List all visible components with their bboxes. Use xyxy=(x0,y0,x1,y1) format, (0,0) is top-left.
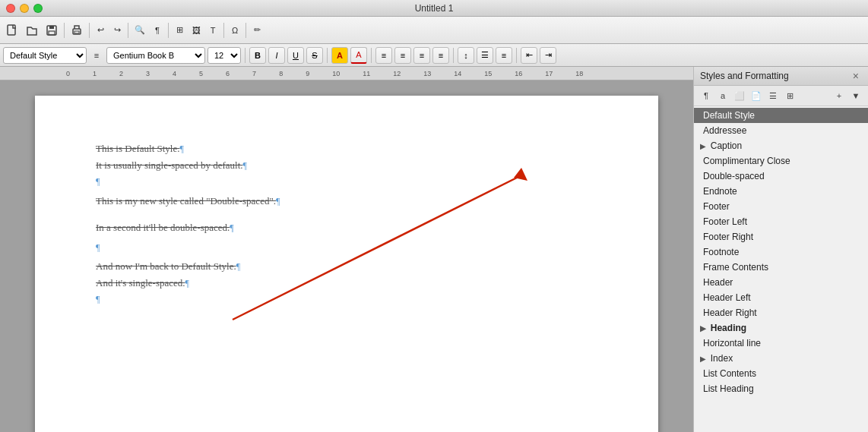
ruler-marks: 0123456789101112131415161718 xyxy=(66,70,583,77)
pilcrow-8: ¶ xyxy=(185,278,189,289)
new-style-btn[interactable]: + xyxy=(832,88,847,103)
style-item[interactable]: ▶ Index xyxy=(694,351,868,366)
line-2: It is usually single-spaced by default.¶ xyxy=(96,158,597,173)
pilcrow-3: ¶ xyxy=(96,176,100,187)
line-2-text: It is usually single-spaced by default. xyxy=(96,159,243,171)
style-item[interactable]: Header Right xyxy=(694,305,868,320)
underline-btn[interactable]: U xyxy=(287,47,304,64)
line-1-text: This is Default Style. xyxy=(96,143,180,154)
font-size-dropdown[interactable]: 12 xyxy=(207,47,241,64)
document-area: 0123456789101112131415161718 This is Def… xyxy=(0,67,693,432)
line-spacing-btn[interactable]: ↕ xyxy=(458,47,474,64)
draw-btn[interactable]: ✏ xyxy=(249,21,265,39)
style-item[interactable]: Double-spaced xyxy=(694,169,868,184)
undo-btn[interactable]: ↩ xyxy=(93,21,108,39)
table-style-btn[interactable]: ⊞ xyxy=(782,88,797,103)
style-item[interactable]: Footnote xyxy=(694,244,868,260)
sidebar-header: Styles and Formatting × xyxy=(694,67,868,86)
bold-btn[interactable]: B xyxy=(249,47,266,64)
style-item[interactable]: Default Style xyxy=(694,108,868,123)
window-controls xyxy=(6,4,43,13)
indent-more-btn[interactable]: ⇥ xyxy=(540,47,556,64)
page-content: This is Default Style.¶ It is usually si… xyxy=(96,141,597,307)
line-4-text: This is my new style called "Double-spac… xyxy=(96,195,276,207)
toolbar-sep-3 xyxy=(128,23,128,38)
main-area: 0123456789101112131415161718 This is Def… xyxy=(0,67,868,432)
list-btn[interactable]: ☰ xyxy=(477,47,493,64)
style-item[interactable]: Addressee xyxy=(694,123,868,138)
style-item[interactable]: List Contents xyxy=(694,366,868,381)
toolbar-sep-4 xyxy=(168,23,169,38)
style-item[interactable]: Footer Left xyxy=(694,214,868,229)
sidebar-title: Styles and Formatting xyxy=(700,71,789,81)
open-btn[interactable] xyxy=(23,21,41,39)
font-color-btn[interactable]: A xyxy=(350,47,367,64)
new-document-btn[interactable] xyxy=(3,21,21,39)
highlight-btn[interactable]: A xyxy=(331,47,348,64)
paragraph-style-btn[interactable]: ¶ xyxy=(699,88,714,103)
style-dropdown[interactable]: Default Style xyxy=(3,47,87,64)
line-8-text: And it's single-spaced. xyxy=(96,277,185,289)
pilcrow-7: ¶ xyxy=(236,261,240,272)
style-item[interactable]: Footer Right xyxy=(694,229,868,244)
page-style-btn[interactable]: 📄 xyxy=(749,88,764,103)
redo-btn[interactable]: ↪ xyxy=(109,21,125,39)
minimize-button[interactable] xyxy=(20,4,29,13)
save-btn[interactable] xyxy=(43,21,61,39)
strikethrough-btn[interactable]: S xyxy=(306,47,323,64)
line-6: ¶ xyxy=(96,240,597,255)
char-style-btn[interactable]: a xyxy=(715,88,730,103)
list-style-btn[interactable]: ☰ xyxy=(765,88,781,103)
pilcrow-5: ¶ xyxy=(230,222,233,233)
toolbar-sep-5 xyxy=(223,23,224,38)
style-item[interactable]: Endnote xyxy=(694,184,868,199)
style-item[interactable]: Header xyxy=(694,275,868,290)
document-page: This is Default Style.¶ It is usually si… xyxy=(35,96,658,432)
doc-wrapper[interactable]: This is Default Style.¶ It is usually si… xyxy=(0,80,693,432)
svg-rect-5 xyxy=(74,31,79,33)
image-btn[interactable]: 🖼 xyxy=(188,21,204,39)
main-toolbar: ↩ ↪ 🔍 ¶ ⊞ 🖼 T Ω ✏ xyxy=(0,17,868,44)
justify-btn[interactable]: ≡ xyxy=(432,47,449,64)
styles-panel: Styles and Formatting × ¶ a ⬜ 📄 ☰ ⊞ + ▼ … xyxy=(693,67,868,432)
align-left-btn[interactable]: ≡ xyxy=(375,47,392,64)
toolbar-sep-6 xyxy=(246,23,246,38)
numbered-list-btn[interactable]: ≡ xyxy=(496,47,512,64)
line-3: ¶ xyxy=(96,174,597,189)
maximize-button[interactable] xyxy=(33,4,43,13)
style-item[interactable]: Header Left xyxy=(694,290,868,305)
table-btn[interactable]: ⊞ xyxy=(172,21,187,39)
fmt-sep-2 xyxy=(327,48,328,63)
frame-style-btn[interactable]: ⬜ xyxy=(732,88,747,103)
special-char-btn[interactable]: Ω xyxy=(227,21,242,39)
style-item[interactable]: ▶ Caption xyxy=(694,138,868,153)
sidebar-close-btn[interactable]: × xyxy=(850,70,862,82)
close-button[interactable] xyxy=(6,4,15,13)
find-btn[interactable]: 🔍 xyxy=(131,21,148,39)
style-item[interactable]: Frame Contents xyxy=(694,260,868,275)
ruler: 0123456789101112131415161718 xyxy=(0,67,693,80)
svg-rect-0 xyxy=(8,25,15,35)
style-item[interactable]: Horizontal line xyxy=(694,336,868,351)
style-options-btn[interactable]: ▼ xyxy=(848,88,863,103)
style-item[interactable]: ▶ Heading xyxy=(694,320,868,336)
style-item[interactable]: List Heading xyxy=(694,381,868,396)
align-center-btn[interactable]: ≡ xyxy=(394,47,411,64)
pilcrow-9: ¶ xyxy=(96,294,100,304)
indent-less-btn[interactable]: ⇤ xyxy=(521,47,537,64)
pilcrow-2: ¶ xyxy=(243,160,247,171)
italic-btn[interactable]: I xyxy=(268,47,285,64)
style-list-btn[interactable]: ≡ xyxy=(89,46,104,65)
align-right-btn[interactable]: ≡ xyxy=(413,47,430,64)
style-item[interactable]: Complimentary Close xyxy=(694,153,868,169)
print-btn[interactable] xyxy=(68,21,86,39)
fmt-sep-3 xyxy=(371,48,372,63)
style-item[interactable]: Footer xyxy=(694,199,868,214)
text-btn[interactable]: T xyxy=(205,21,220,39)
nonprinting-btn[interactable]: ¶ xyxy=(150,21,165,39)
pilcrow-4: ¶ xyxy=(276,196,280,207)
line-7: And now I'm back to Default Style.¶ xyxy=(96,259,597,274)
window-title: Untitled 1 xyxy=(415,3,454,14)
font-dropdown[interactable]: Gentium Book B xyxy=(106,47,205,64)
line-1: This is Default Style.¶ xyxy=(96,141,597,156)
